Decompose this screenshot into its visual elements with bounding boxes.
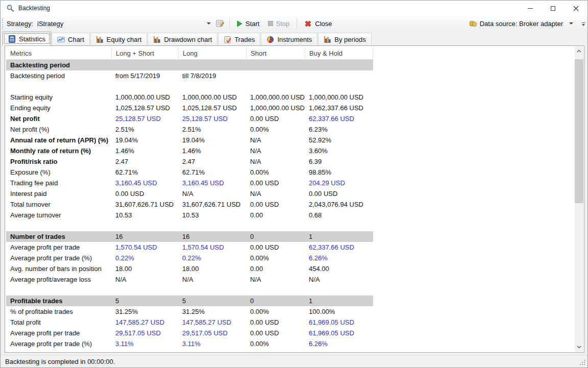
column-header-long[interactable]: Long bbox=[178, 47, 246, 59]
column-header-short[interactable]: Short bbox=[246, 47, 305, 59]
table-row[interactable]: Profit/risk ratio2.472.47N/A6.39 bbox=[6, 156, 373, 167]
metric-value: 52.92% bbox=[305, 135, 373, 145]
metric-value: 0.22% bbox=[178, 253, 246, 263]
metric-label: Net profit bbox=[6, 113, 111, 124]
metric-value: 0.00% bbox=[246, 253, 305, 263]
table-row[interactable]: Net profit (%)2.51%2.51%0.00%6.23% bbox=[6, 124, 373, 135]
clipboard-check-icon bbox=[224, 36, 231, 43]
metric-value: 100.00% bbox=[305, 306, 373, 317]
scroll-up-button[interactable] bbox=[575, 46, 583, 56]
section-row[interactable]: Backtesting period bbox=[6, 60, 373, 70]
tab-instruments[interactable]: Instruments bbox=[261, 33, 317, 45]
section-row[interactable]: Profitable trades5501 bbox=[6, 296, 373, 306]
metric-value bbox=[305, 70, 373, 81]
table-row[interactable]: Net profit25,128.57 USD25,128.57 USD0.00… bbox=[6, 113, 373, 124]
vertical-scrollbar[interactable] bbox=[575, 46, 583, 352]
maximize-button[interactable] bbox=[542, 1, 565, 16]
metric-value: N/A bbox=[246, 188, 305, 199]
metric-value: 1,570.54 USD bbox=[111, 242, 178, 253]
minimize-icon bbox=[528, 8, 533, 9]
main-toolbar: Strategy: iStrategy Start Stop bbox=[1, 16, 587, 31]
window-title: Backtesting bbox=[18, 5, 50, 12]
metric-value: N/A bbox=[246, 145, 305, 156]
tab-equity-chart[interactable]: Equity chart bbox=[90, 33, 148, 45]
table-row[interactable]: Average turnover10.5310.530.000.68 bbox=[6, 210, 373, 220]
table-row[interactable]: Average profit per trade (%)3.11%3.11%0.… bbox=[6, 338, 373, 349]
calculator-icon bbox=[8, 35, 16, 43]
datasource-label: Data source: Broker adapter bbox=[480, 20, 563, 28]
table-row[interactable]: Interest paid0.00 USDN/AN/A0.00 USD bbox=[6, 188, 373, 199]
close-window-button[interactable] bbox=[565, 1, 587, 16]
start-button[interactable]: Start bbox=[233, 17, 263, 30]
stop-icon bbox=[268, 21, 273, 26]
grid-header-row: MetricsLong + ShortLongShortBuy & Hold bbox=[6, 47, 373, 60]
window-controls bbox=[519, 1, 587, 16]
tab-trades[interactable]: Trades bbox=[218, 33, 260, 45]
datasource-dropdown[interactable]: Data source: Broker adapter bbox=[465, 17, 580, 30]
metric-value: 1,000,000.00 USD bbox=[305, 92, 373, 103]
metric-value: N/A bbox=[111, 274, 178, 285]
metric-label: Number of trades bbox=[6, 231, 111, 242]
metric-label: Trading fee paid bbox=[6, 178, 111, 188]
metric-value: 10.53 bbox=[111, 210, 178, 220]
line-chart-icon bbox=[57, 36, 65, 43]
toolbar-overflow-button[interactable] bbox=[580, 20, 586, 28]
metric-value: 1,000,000.00 USD bbox=[246, 103, 305, 113]
metric-value: 62.71% bbox=[111, 167, 178, 178]
metric-value: 1.46% bbox=[111, 145, 178, 156]
strategy-properties-button[interactable] bbox=[214, 17, 226, 30]
table-row[interactable]: Average profit per trade1,570.54 USD1,57… bbox=[6, 242, 373, 253]
metric-value: N/A bbox=[246, 156, 305, 167]
minimize-button[interactable] bbox=[519, 1, 542, 16]
metric-value: 3,160.45 USD bbox=[178, 178, 246, 188]
tab-drawdown-chart[interactable]: Drawdown chart bbox=[148, 33, 217, 45]
strategy-combobox[interactable]: iStrategy bbox=[36, 17, 214, 30]
table-row[interactable]: Total profit147,585.27 USD147,585.27 USD… bbox=[6, 317, 373, 328]
stop-button[interactable]: Stop bbox=[264, 17, 294, 30]
table-row[interactable]: Annual rate of return (APR) (%)19.04%19.… bbox=[6, 135, 373, 145]
metric-value: 6.23% bbox=[305, 124, 373, 135]
statistics-grid: MetricsLong + ShortLongShortBuy & Hold B… bbox=[6, 47, 373, 349]
metric-value: 16 bbox=[111, 231, 178, 242]
column-header-buy-hold[interactable]: Buy & Hold bbox=[305, 47, 373, 59]
table-row[interactable]: Total turnover31,607,626.71 USD31,607,62… bbox=[6, 199, 373, 210]
tab-chart[interactable]: Chart bbox=[52, 33, 90, 45]
table-row[interactable]: Average profit per trade (%)0.22%0.22%0.… bbox=[6, 253, 373, 263]
column-header-metrics[interactable]: Metrics bbox=[6, 47, 111, 59]
table-row[interactable]: Average profit/average lossN/AN/AN/AN/A bbox=[6, 274, 373, 285]
metric-value: 18.00 bbox=[111, 263, 178, 274]
table-row[interactable]: Avg. number of bars in position18.0018.0… bbox=[6, 263, 373, 274]
scroll-down-button[interactable] bbox=[575, 342, 583, 352]
metric-value: 1,000,000.00 USD bbox=[111, 92, 178, 103]
table-row[interactable]: Ending equity1,025,128.57 USD1,025,128.5… bbox=[6, 103, 373, 113]
table-row[interactable]: % of profitable trades31.25%31.25%0.00%1… bbox=[6, 306, 373, 317]
metric-value: 0.00 bbox=[246, 210, 305, 220]
metric-label: Average profit per trade bbox=[6, 242, 111, 253]
table-row[interactable]: Trading fee paid3,160.45 USD3,160.45 USD… bbox=[6, 178, 373, 188]
scrollbar-thumb[interactable] bbox=[575, 59, 583, 203]
section-row[interactable]: Number of trades161601 bbox=[6, 231, 373, 242]
metric-value: 1.46% bbox=[178, 145, 246, 156]
table-row[interactable]: Monthly rate of return (%)1.46%1.46%N/A3… bbox=[6, 145, 373, 156]
table-row[interactable]: Backtesting periodfrom 5/17/2019till 7/8… bbox=[6, 70, 373, 81]
overflow-icon bbox=[582, 22, 585, 23]
metric-label: Backtesting period bbox=[6, 70, 111, 81]
table-row[interactable]: Average profit per trade29,517.05 USD29,… bbox=[6, 328, 373, 338]
table-row[interactable]: Starting equity1,000,000.00 USD1,000,000… bbox=[6, 92, 373, 103]
metric-value: 1,025,128.57 USD bbox=[111, 103, 178, 113]
close-button[interactable]: Close bbox=[300, 17, 336, 30]
metric-value: 31.25% bbox=[111, 306, 178, 317]
metric-value: 2.47 bbox=[111, 156, 178, 167]
chevron-down-icon bbox=[207, 22, 211, 24]
strategy-label: Strategy: bbox=[7, 20, 33, 28]
column-header-long-short[interactable]: Long + Short bbox=[111, 47, 178, 59]
metric-value: 0.68 bbox=[305, 210, 373, 220]
pie-chart-icon bbox=[266, 36, 274, 43]
tab-by-periods[interactable]: By periods bbox=[318, 33, 371, 45]
toolbar-grip[interactable] bbox=[2, 18, 4, 29]
resize-grip[interactable] bbox=[579, 359, 586, 366]
metric-value: 0.00% bbox=[246, 124, 305, 135]
tab-statistics[interactable]: Statistics bbox=[3, 32, 51, 45]
metric-label: Starting equity bbox=[6, 92, 111, 103]
table-row[interactable]: Exposure (%)62.71%62.71%0.00%98.85% bbox=[6, 167, 373, 178]
